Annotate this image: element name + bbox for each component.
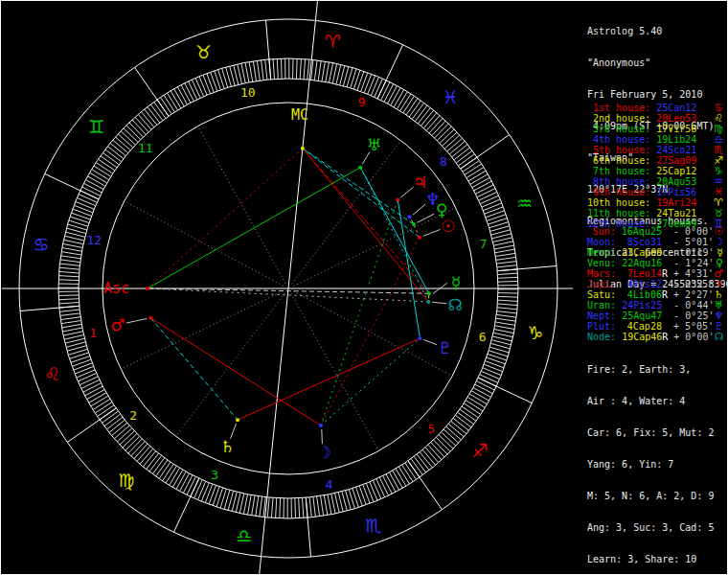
planet-label: Sun [587,226,610,237]
house-number-2: 2 [129,408,137,423]
house-number-11: 11 [138,141,153,155]
wheel-sign-glyph-taurus: ♉ [195,41,212,62]
planet-icon: ☊ [714,332,723,342]
planet-label-colon: : [610,226,622,237]
wheel-sign-glyph-capricorn: ♑ [527,322,543,343]
planet-label-colon: : [610,258,622,268]
house-row: 11th house: 24Tau21♉ [587,208,728,218]
house-number-10: 10 [240,85,256,100]
planet-position: 4Cap28 [622,321,662,332]
house-row: 4th house: 19Lib24♎ [587,134,728,145]
planet-row: Uran: 24Pis25 - 0°44'♅ [587,300,728,310]
planet-label: Mars [587,268,610,279]
house-cusp-value: 19Ari24 [656,197,696,208]
house-label: 11th [587,208,610,218]
wheel-planet-glyph-mars: ♂ [110,315,125,334]
wheel-planet-glyph-uran: ♅ [367,135,381,154]
app-title: Astrolog 5.40 [587,26,728,36]
house-row: 2nd house: 20Leo53♌ [587,113,728,124]
aspect-line-square [303,149,428,302]
planet-position: 16Aqu25 [622,226,662,237]
house-number-12: 12 [86,233,102,247]
planet-velocity: - 0°25' [668,310,714,321]
house-row: 8th house: 20Aqu53♒ [587,176,728,187]
chart-name: "Anonymous" [587,58,728,68]
house-label: 10th [587,197,610,208]
stats-modes: Car: 6, Fix: 5, Mut: 2 [587,427,728,438]
house-label: 2nd [587,113,610,124]
planet-row: Venu: 22Aqu16 - 1°24'♀ [587,258,728,268]
house-row: 5th house: 24Sco21♏ [587,145,728,155]
wheel-planet-glyph-satu: ♄ [220,437,235,456]
planet-row: Plut: 4Cap28 + 5°05'♇ [587,321,728,332]
planet-row: Satu: 4Lib06R + 2°27'♄ [587,289,728,300]
planet-label-colon: : [610,247,622,258]
midheaven-label: MC [291,106,308,124]
wheel-sign-glyph-aries: ♈ [325,31,341,52]
house-cusp-value: 20Leo53 [656,113,696,124]
planet-row: Node: 19Cap46R + 0°00'☊ [587,332,728,342]
planet-label: Merc [587,247,610,258]
planet-row: Sun: 16Aqu25 - 0°00'☉ [587,226,728,237]
planet-dot [319,424,323,427]
house-number-9: 9 [358,95,366,109]
wheel-planet-glyph-moon: ☽ [317,443,331,462]
wheel-planet-glyph-sun: ☉ [441,217,455,236]
planet-velocity: - 0°19' [668,247,714,258]
planet-label-colon: : [610,289,622,300]
wheel-sign-glyph-sagittarius: ♐ [472,440,489,461]
house-label: 9th [587,187,610,197]
planet-position: 4Pis12 [622,279,662,289]
house-label-word: house: [610,113,656,124]
stats-learn: Learn: 3, Share: 10 [587,554,728,564]
planet-dot [412,222,416,226]
house-label-word: house: [610,145,656,155]
aspect-line-square [148,149,303,288]
planet-label-colon: : [610,321,622,332]
house-label-word: house: [610,197,656,208]
planet-label-colon: : [610,237,622,247]
wheel-sign-glyph-scorpio: ♏ [365,515,381,536]
planet-row: Nept: 25Aqu47 - 0°25'♆ [587,310,728,321]
planet-row: Jupi: 4Pis12 - 0°55'♃ [587,279,728,289]
wheel-sign-glyph-pisces: ♓ [443,86,459,107]
house-number-8: 8 [440,154,447,169]
planet-dot [426,300,430,304]
planet-velocity: - 5°01' [668,237,714,247]
house-label: 3rd [587,124,610,134]
planet-velocity: - 0°00' [668,226,714,237]
planet-position: 22Aqu16 [622,258,662,268]
planet-label: Uran [587,300,610,310]
planet-dot [236,418,239,422]
planet-velocity: + 2°27' [668,289,714,300]
house-label-word: house: [610,176,656,187]
aspect-line-square [238,338,420,420]
house-label-word: house: [610,103,656,113]
house-number-4: 4 [325,477,332,492]
planet-dot [146,287,149,290]
house-cusp-value: 24Tau21 [656,208,696,218]
wheel-planet-glyph-merc: ☿ [451,273,461,292]
planet-label: Satu [587,289,610,300]
element-stats: Fire: 2, Earth: 3, Air : 4, Water: 4 Car… [587,343,728,575]
info-panel: Astrolog 5.40 "Anonymous" Fri February 5… [585,1,728,64]
house-label-word: house: [610,124,656,134]
wheel-sign-glyph-libra: ♎ [236,525,252,546]
house-row: 9th house: 17Pis56♓ [587,187,728,197]
planet-dot [396,197,399,201]
stats-elements1: Fire: 2, Earth: 3, [587,364,728,375]
house-number-7: 7 [480,237,488,251]
house-row: 3rd house: 17Vir56♍ [587,124,728,134]
house-label-word: house: [610,134,656,145]
planet-label-colon: : [610,332,622,342]
house-cusp-value: 17Vir56 [656,124,696,134]
stats-elements2: Air : 4, Water: 4 [587,396,728,406]
planet-position: 23Cap09 [622,247,662,258]
house-cusp-value: 25Cap12 [656,166,696,176]
aspect-line-sextile [303,149,414,224]
planet-position: 19Cap46 [622,332,662,342]
planet-row: Mars: 7Leo14R + 4°31'♂ [587,268,728,279]
planet-label-colon: : [610,279,622,289]
wheel-sign-glyph-gemini: ♊ [88,116,104,137]
aspect-line-square [150,318,321,426]
